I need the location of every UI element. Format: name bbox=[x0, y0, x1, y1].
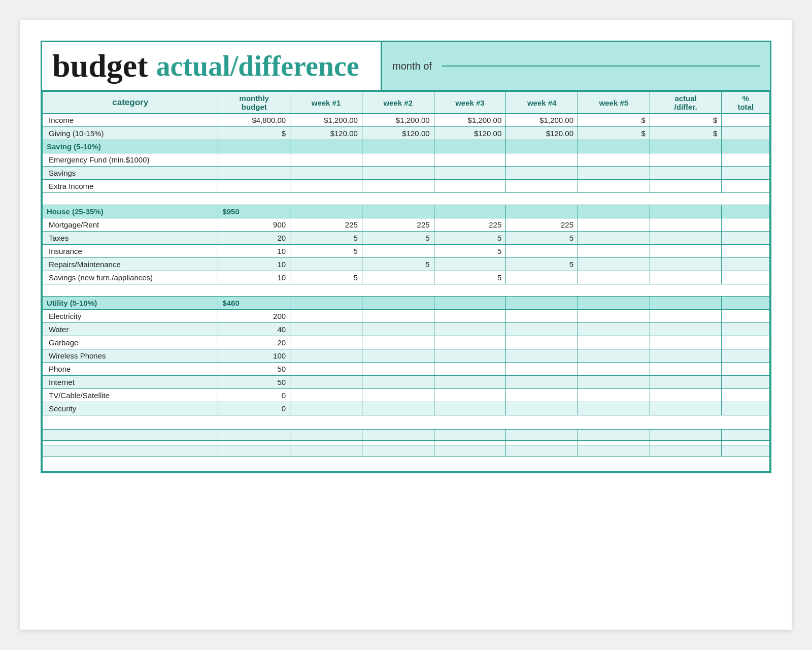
cell-wireless-w2 bbox=[362, 349, 434, 363]
cell-wireless-w5 bbox=[578, 349, 650, 363]
section-utility: Utility (5-10%) $460 bbox=[43, 297, 770, 310]
cell-income-cat: Income bbox=[43, 114, 218, 127]
cell-sf-actual bbox=[650, 271, 722, 284]
cell-security-w2 bbox=[362, 402, 434, 415]
cell-extra1-pct bbox=[722, 430, 770, 441]
cell-mortgage-w1: 225 bbox=[290, 218, 362, 232]
cell-garbage-budget: 20 bbox=[218, 336, 290, 349]
cell-sf-w4 bbox=[506, 271, 578, 284]
cell-ef-w4 bbox=[506, 153, 578, 167]
cell-savings-w4 bbox=[506, 167, 578, 180]
cell-elec-actual bbox=[650, 310, 722, 323]
cell-water-budget: 40 bbox=[218, 323, 290, 336]
cell-mortgage-w2: 225 bbox=[362, 218, 434, 232]
cell-phone-w4 bbox=[506, 363, 578, 376]
cell-garbage-w1 bbox=[290, 336, 362, 349]
cell-income-budget: $4,800.00 bbox=[218, 114, 290, 127]
cell-extra3-w3 bbox=[434, 445, 506, 457]
cell-savings-w5 bbox=[578, 167, 650, 180]
spacer-2 bbox=[43, 284, 770, 297]
cell-repairs-budget: 10 bbox=[218, 258, 290, 271]
cell-taxes-pct bbox=[722, 232, 770, 245]
cell-repairs-pct bbox=[722, 258, 770, 271]
cell-sf-w1: 5 bbox=[290, 271, 362, 284]
cell-extra2-w2 bbox=[362, 441, 434, 445]
cell-garbage-w5 bbox=[578, 336, 650, 349]
cell-utility-w1 bbox=[290, 297, 362, 310]
row-savings: Savings bbox=[43, 167, 770, 180]
cell-mortgage-w3: 225 bbox=[434, 218, 506, 232]
cell-water-w3 bbox=[434, 323, 506, 336]
cell-ei-w5 bbox=[578, 180, 650, 193]
cell-sf-w3: 5 bbox=[434, 271, 506, 284]
cell-ef-actual bbox=[650, 153, 722, 167]
cell-utility-w3 bbox=[434, 297, 506, 310]
cell-house-w2 bbox=[362, 205, 434, 218]
cell-savings-w2 bbox=[362, 167, 434, 180]
cell-giving-cat: Giving (10-15%) bbox=[43, 127, 218, 140]
cell-house-label: House (25-35%) bbox=[43, 205, 218, 218]
page: budget actual/difference month of catego… bbox=[20, 20, 792, 630]
cell-insurance-w5 bbox=[578, 245, 650, 258]
cell-giving-actual: $ bbox=[650, 127, 722, 140]
cell-ef-w3 bbox=[434, 153, 506, 167]
cell-house-pct bbox=[722, 205, 770, 218]
cell-extra1-budget bbox=[218, 430, 290, 441]
cell-elec-w5 bbox=[578, 310, 650, 323]
row-water: Water 40 bbox=[43, 323, 770, 336]
cell-extra2-budget bbox=[218, 441, 290, 445]
cell-utility-w4 bbox=[506, 297, 578, 310]
cell-phone-w5 bbox=[578, 363, 650, 376]
cell-giving-w1: $120.00 bbox=[290, 127, 362, 140]
cell-saving-budget bbox=[218, 140, 290, 153]
cell-savings-budget bbox=[218, 167, 290, 180]
cell-security-w1 bbox=[290, 402, 362, 415]
cell-extra3-w2 bbox=[362, 445, 434, 457]
cell-savings-w3 bbox=[434, 167, 506, 180]
row-tv: TV/Cable/Satellite 0 bbox=[43, 389, 770, 402]
cell-tv-w2 bbox=[362, 389, 434, 402]
cell-garbage-w2 bbox=[362, 336, 434, 349]
cell-house-w1 bbox=[290, 205, 362, 218]
cell-wireless-w3 bbox=[434, 349, 506, 363]
cell-insurance-w3: 5 bbox=[434, 245, 506, 258]
cell-water-w5 bbox=[578, 323, 650, 336]
cell-sf-cat: Savings (new furn./appliances) bbox=[43, 271, 218, 284]
cell-security-w5 bbox=[578, 402, 650, 415]
cell-saving-w5 bbox=[578, 140, 650, 153]
cell-garbage-cat: Garbage bbox=[43, 336, 218, 349]
cell-internet-pct bbox=[722, 376, 770, 389]
col-actual: actual/differ. bbox=[650, 92, 722, 114]
month-line bbox=[442, 66, 760, 67]
cell-insurance-w2 bbox=[362, 245, 434, 258]
cell-elec-w2 bbox=[362, 310, 434, 323]
cell-extra3-pct bbox=[722, 445, 770, 457]
cell-elec-w4 bbox=[506, 310, 578, 323]
spacer-row-3 bbox=[43, 415, 770, 430]
cell-elec-cat: Electricity bbox=[43, 310, 218, 323]
cell-elec-w1 bbox=[290, 310, 362, 323]
cell-security-actual bbox=[650, 402, 722, 415]
title-actual: actual/difference bbox=[156, 50, 359, 82]
cell-utility-w5 bbox=[578, 297, 650, 310]
cell-taxes-w5 bbox=[578, 232, 650, 245]
cell-giving-w3: $120.00 bbox=[434, 127, 506, 140]
cell-ei-w2 bbox=[362, 180, 434, 193]
cell-internet-actual bbox=[650, 376, 722, 389]
cell-phone-pct bbox=[722, 363, 770, 376]
cell-ef-budget bbox=[218, 153, 290, 167]
cell-savings-w1 bbox=[290, 167, 362, 180]
cell-water-actual bbox=[650, 323, 722, 336]
row-extra-income: Extra Income bbox=[43, 180, 770, 193]
cell-extra2-w4 bbox=[506, 441, 578, 445]
cell-mortgage-w5 bbox=[578, 218, 650, 232]
cell-extra2-w3 bbox=[434, 441, 506, 445]
cell-sf-budget: 10 bbox=[218, 271, 290, 284]
spacer-row-1 bbox=[43, 193, 770, 205]
cell-repairs-w4: 5 bbox=[506, 258, 578, 271]
cell-security-cat: Security bbox=[43, 402, 218, 415]
cell-savings-pct bbox=[722, 167, 770, 180]
cell-water-pct bbox=[722, 323, 770, 336]
cell-extra1-w3 bbox=[434, 430, 506, 441]
cell-garbage-pct bbox=[722, 336, 770, 349]
